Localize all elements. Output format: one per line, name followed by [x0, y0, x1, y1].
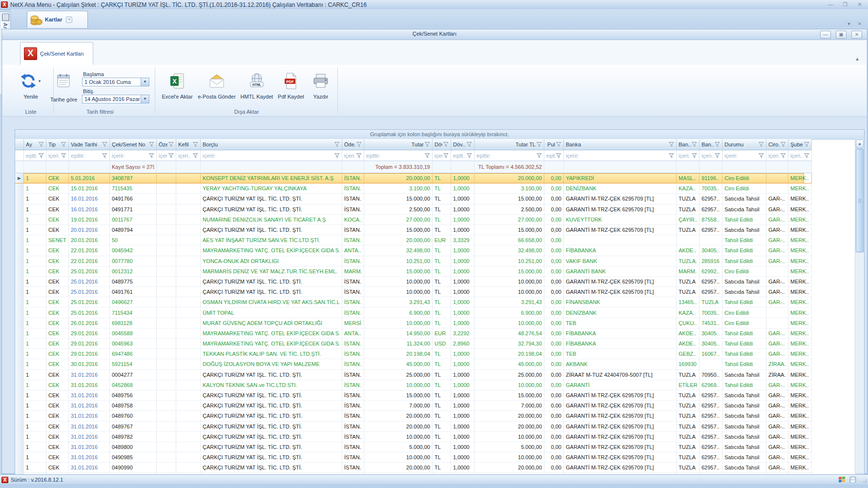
table-cell[interactable]: 1: [24, 452, 46, 463]
table-cell[interactable]: 1: [24, 287, 46, 297]
filter-cell[interactable]: içeri..: [157, 150, 176, 161]
table-cell[interactable]: [766, 266, 788, 277]
table-cell[interactable]: [176, 183, 201, 194]
table-cell[interactable]: 0489758: [110, 401, 157, 411]
filter-icon[interactable]: [781, 153, 786, 158]
table-cell[interactable]: 0489760: [110, 411, 157, 421]
table-cell[interactable]: 22.01.2016: [69, 245, 110, 256]
table-cell[interactable]: İSTAN..: [342, 183, 364, 194]
table-cell[interactable]: GAR-..: [766, 380, 788, 390]
table-cell[interactable]: GAR-..: [766, 256, 788, 266]
column-header[interactable]: Durumu: [723, 139, 766, 150]
yenile-button[interactable]: ▼ Yenile: [17, 71, 44, 100]
table-cell[interactable]: 1: [24, 390, 46, 401]
table-row[interactable]: 1CEK16.01.20160491766ÇARKÇI TURİZM YAT İ…: [15, 194, 804, 204]
column-header[interactable]: Pul: [544, 139, 564, 150]
filter-icon[interactable]: [102, 142, 107, 147]
filter-icon[interactable]: [804, 153, 809, 158]
table-cell[interactable]: GARANTİ M-TRZ-ÇEK 6295709 [TL]: [564, 452, 677, 463]
table-cell[interactable]: 1,0000: [451, 370, 475, 380]
table-cell[interactable]: GAR-..: [766, 463, 788, 473]
table-cell[interactable]: GARANTİ M-TRZ-ÇEK 6295709 [TL]: [564, 442, 677, 452]
table-cell[interactable]: 0491761: [110, 287, 157, 297]
table-cell[interactable]: 22.01.2016: [69, 256, 110, 266]
table-cell[interactable]: AES YAT İNŞAAT TURİZM SAN.VE TİC.LTD.ŞTİ…: [201, 235, 342, 245]
table-cell[interactable]: Tahsil Edildi: [723, 380, 766, 390]
table-cell[interactable]: AKDE..: [677, 339, 700, 349]
resize-grip[interactable]: [862, 478, 867, 483]
table-cell[interactable]: 0004277: [110, 370, 157, 380]
table-cell[interactable]: 20.000,00: [364, 235, 433, 245]
filter-icon[interactable]: [102, 153, 107, 158]
table-cell[interactable]: CEK: [46, 287, 69, 297]
table-cell[interactable]: ZİRAAT M-TUZ 42404709-5007 [TL]: [564, 370, 677, 380]
table-cell[interactable]: 62957..: [700, 411, 723, 421]
table-cell[interactable]: ÇUKU..: [677, 318, 700, 328]
table-cell[interactable]: 0,00: [544, 339, 564, 349]
table-cell[interactable]: İSTAN..: [342, 390, 364, 401]
table-cell[interactable]: [766, 183, 788, 194]
filter-icon[interactable]: [356, 142, 362, 147]
table-cell[interactable]: GAR-..: [766, 277, 788, 287]
table-cell[interactable]: MERK..: [788, 297, 812, 307]
table-cell[interactable]: MERK..: [788, 328, 812, 339]
filter-icon[interactable]: [781, 142, 786, 147]
column-header[interactable]: Ay: [24, 139, 46, 150]
table-cell[interactable]: [564, 235, 677, 245]
table-cell[interactable]: Tahsil Edildi: [723, 245, 766, 256]
table-cell[interactable]: MERK..: [788, 359, 812, 369]
table-cell[interactable]: 20.01.2016: [69, 225, 110, 235]
table-cell[interactable]: Satıcıda Tahsil: [723, 422, 766, 432]
table-cell[interactable]: CEK: [46, 432, 69, 442]
table-row[interactable]: 1CEK19.01.20160011767NUMARINE DENIZCILIK…: [15, 215, 804, 225]
table-cell[interactable]: MERK..: [788, 339, 812, 349]
table-cell[interactable]: [157, 235, 176, 245]
table-row[interactable]: 1CEK16.01.20160491771ÇARKÇI TURİZM YAT İ…: [15, 204, 804, 215]
table-cell[interactable]: 31.01.2016: [69, 411, 110, 421]
table-cell[interactable]: 0,00: [544, 463, 564, 473]
table-cell[interactable]: 1,0000: [451, 183, 475, 194]
table-cell[interactable]: 10.000,00: [364, 452, 433, 463]
table-cell[interactable]: ÇARKÇI TURİZM YAT İŞL. TİC. LTD. ŞTİ.: [201, 411, 342, 421]
table-cell[interactable]: 1: [24, 266, 46, 277]
table-row[interactable]: 1CEK31.01.20160004277ÇARKÇI TURİZM YAT İ…: [15, 370, 804, 380]
table-cell[interactable]: [176, 349, 201, 359]
table-cell[interactable]: TL: [433, 183, 451, 194]
table-cell[interactable]: [176, 256, 201, 266]
table-cell[interactable]: 30405..: [700, 245, 723, 256]
table-cell[interactable]: MERK..: [788, 194, 812, 204]
table-cell[interactable]: Ciro Edildi: [723, 307, 766, 318]
table-cell[interactable]: TL: [433, 463, 451, 473]
table-cell[interactable]: TL: [433, 401, 451, 411]
table-cell[interactable]: GARANTİ M-TRZ-ÇEK 6295709 [TL]: [564, 204, 677, 215]
table-cell[interactable]: 62957..: [700, 432, 723, 442]
table-cell[interactable]: 0,00: [544, 194, 564, 204]
table-cell[interactable]: [176, 235, 201, 245]
table-cell[interactable]: 15.000,00: [364, 390, 433, 401]
table-cell[interactable]: Satıcıda Tahsil: [723, 390, 766, 401]
table-cell[interactable]: GAR-..: [766, 225, 788, 235]
table-cell[interactable]: GAR-..: [766, 194, 788, 204]
table-cell[interactable]: 0491766: [110, 194, 157, 204]
table-cell[interactable]: TL: [433, 422, 451, 432]
table-cell[interactable]: [176, 287, 201, 297]
table-cell[interactable]: [157, 173, 176, 183]
table-cell[interactable]: TL: [433, 380, 451, 390]
table-cell[interactable]: [157, 194, 176, 204]
filter-cell[interactable]: eşittir:: [364, 150, 433, 161]
table-cell[interactable]: [157, 359, 176, 369]
table-cell[interactable]: ÇARKÇI TURİZM YAT İŞL. TİC. LTD. ŞTİ.: [201, 204, 342, 215]
table-cell[interactable]: KONSEPT DENİZ YATIRIMLARI VE ENERJİ SİST…: [201, 173, 342, 183]
table-cell[interactable]: CEK: [46, 318, 69, 328]
table-cell[interactable]: 30405..: [700, 339, 723, 349]
table-cell[interactable]: 0,00: [544, 318, 564, 328]
table-cell[interactable]: MERK..: [788, 380, 812, 390]
filter-icon[interactable]: [61, 153, 66, 158]
table-cell[interactable]: [176, 401, 201, 411]
table-cell[interactable]: 31.01.2016: [69, 380, 110, 390]
table-cell[interactable]: MERK..: [788, 452, 812, 463]
baslama-dropdown-icon[interactable]: ▼: [141, 78, 149, 86]
table-cell[interactable]: İSTAN..: [342, 442, 364, 452]
table-cell[interactable]: 1,0000: [451, 287, 475, 297]
filter-cell[interactable]: içeri..: [433, 150, 451, 161]
